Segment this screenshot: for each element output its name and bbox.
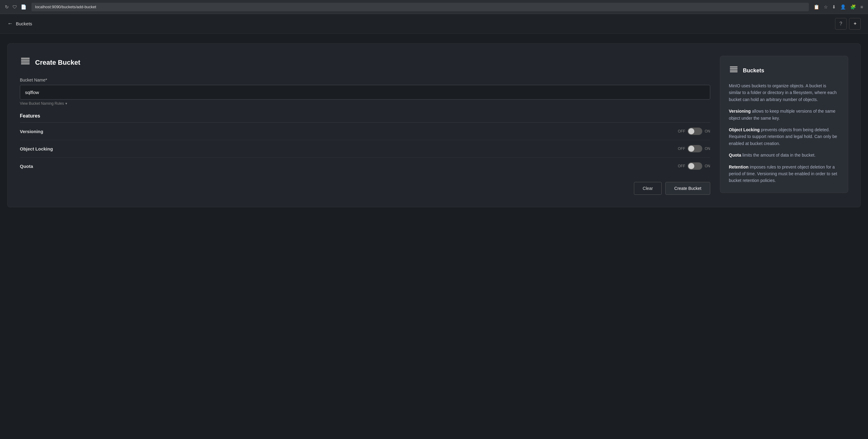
object-locking-bold: Object Locking [729, 127, 760, 132]
url-text: localhost:9090/buckets/add-bucket [35, 5, 96, 9]
download-icon[interactable]: ⬇ [832, 4, 836, 10]
versioning-bold: Versioning [729, 109, 751, 114]
object-locking-label: Object Locking [20, 146, 53, 151]
svg-rect-7 [730, 71, 738, 72]
object-locking-toggle[interactable] [688, 145, 702, 152]
main-content: Create Bucket Bucket Name* View Bucket N… [0, 34, 868, 217]
info-bucket-icon [729, 65, 739, 76]
svg-rect-5 [730, 68, 738, 69]
back-label: Buckets [16, 21, 32, 26]
puzzle-icon[interactable]: 🧩 [850, 4, 856, 10]
info-panel-title: Buckets [743, 67, 764, 74]
action-buttons: Clear Create Bucket [20, 182, 710, 195]
top-nav-actions: ? ✦ [835, 18, 861, 30]
info-panel: Buckets MinIO uses buckets to organize o… [720, 56, 848, 193]
quota-toggle-group: OFF ON [678, 163, 710, 170]
retention-bold: Retention [729, 165, 749, 170]
clear-button[interactable]: Clear [634, 182, 662, 195]
browser-right-icons: 📋 ☆ ⬇ 👤 🧩 ≡ [814, 4, 863, 10]
form-title: Create Bucket [35, 59, 80, 66]
settings-button[interactable]: ✦ [849, 18, 861, 30]
help-icon: ? [840, 21, 842, 27]
bucket-name-label: Bucket Name* [20, 78, 710, 82]
svg-rect-4 [730, 66, 738, 67]
form-panel: Create Bucket Bucket Name* View Bucket N… [20, 56, 710, 195]
object-locking-toggle-group: OFF ON [678, 145, 710, 152]
features-title: Features [20, 113, 710, 119]
help-button[interactable]: ? [835, 18, 847, 30]
versioning-toggle[interactable] [688, 127, 702, 135]
quota-label: Quota [20, 164, 33, 169]
star-icon[interactable]: ☆ [824, 4, 828, 10]
settings-icon: ✦ [853, 21, 857, 27]
quota-on-label: ON [705, 164, 710, 168]
object-locking-row: Object Locking OFF ON [20, 140, 710, 157]
bucket-name-field-group: Bucket Name* View Bucket Naming Rules ▾ [20, 78, 710, 106]
info-para-3: Object Locking prevents objects from bei… [729, 126, 839, 147]
create-bucket-button[interactable]: Create Bucket [665, 182, 710, 195]
shield-icon: 🛡 [12, 4, 17, 9]
info-para-4: Quota limits the amount of data in the b… [729, 152, 839, 158]
account-icon[interactable]: 👤 [840, 4, 846, 10]
versioning-row: Versioning OFF ON [20, 123, 710, 140]
chevron-down-icon: ▾ [65, 101, 67, 106]
browser-chrome: ↻ 🛡 📄 localhost:9090/buckets/add-bucket … [0, 0, 868, 14]
svg-rect-2 [21, 61, 30, 63]
info-para-5: Retention imposes rules to prevent objec… [729, 164, 839, 184]
bucket-name-input[interactable] [20, 85, 710, 99]
address-bar[interactable]: localhost:9090/buckets/add-bucket [31, 3, 809, 11]
info-panel-header: Buckets [729, 65, 839, 76]
svg-rect-6 [730, 69, 738, 71]
refresh-icon[interactable]: ↻ [5, 4, 9, 10]
naming-rules-link[interactable]: View Bucket Naming Rules ▾ [20, 101, 67, 106]
quota-row: Quota OFF ON [20, 157, 710, 175]
menu-icon[interactable]: ≡ [860, 4, 863, 9]
versioning-toggle-group: OFF ON [678, 127, 710, 135]
quota-off-label: OFF [678, 164, 685, 168]
note-icon[interactable]: 📋 [814, 4, 819, 10]
info-para-2: Versioning allows to keep multiple versi… [729, 108, 839, 121]
bucket-icon [20, 56, 31, 69]
outer-card: Create Bucket Bucket Name* View Bucket N… [7, 43, 861, 207]
top-nav: ← Buckets ? ✦ [0, 14, 868, 34]
browser-nav-icons: ↻ 🛡 📄 [5, 4, 27, 10]
versioning-on-label: ON [705, 129, 710, 134]
page-icon: 📄 [21, 4, 27, 10]
object-locking-off-label: OFF [678, 147, 685, 151]
features-section: Features Versioning OFF ON Object Lockin… [20, 113, 710, 175]
versioning-label: Versioning [20, 129, 43, 134]
svg-rect-0 [21, 58, 30, 59]
naming-rules-label: View Bucket Naming Rules [20, 101, 64, 106]
svg-rect-3 [21, 63, 30, 64]
svg-rect-1 [21, 60, 30, 61]
quota-toggle[interactable] [688, 163, 702, 170]
info-para-1: MinIO uses buckets to organize objects. … [729, 82, 839, 103]
form-header: Create Bucket [20, 56, 710, 69]
back-to-buckets[interactable]: ← Buckets [7, 21, 32, 27]
versioning-off-label: OFF [678, 129, 685, 134]
object-locking-on-label: ON [705, 147, 710, 151]
quota-bold: Quota [729, 153, 741, 157]
back-arrow-icon: ← [7, 21, 13, 27]
